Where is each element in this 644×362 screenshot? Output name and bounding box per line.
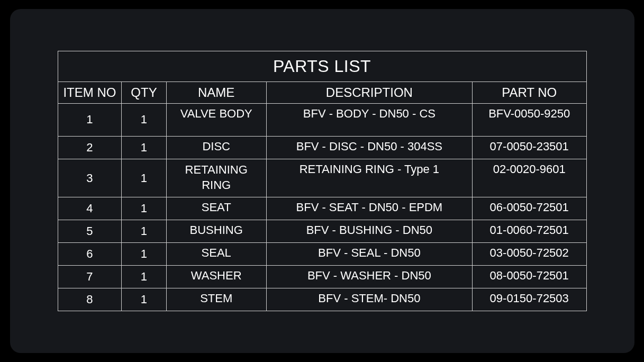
header-qty: QTY [122,82,166,103]
cell-item-no: 3 [58,159,122,197]
cell-description: RETAINING RING - Type 1 [266,159,472,197]
table-title: PARTS LIST [58,51,586,82]
cell-qty: 1 [122,103,166,136]
table-row: 81STEMBFV - STEM- DN5009-0150-72503 [58,288,586,311]
cell-item-no: 6 [58,243,122,266]
table-row: 31RETAINING RINGRETAINING RING - Type 10… [58,159,586,197]
cell-description: BFV - WASHER - DN50 [266,266,472,288]
header-item-no: ITEM NO [58,82,122,103]
cell-name: RETAINING RING [166,159,266,197]
cell-qty: 1 [122,288,166,311]
cell-qty: 1 [122,159,166,197]
cell-description: BFV - STEM- DN50 [266,288,472,311]
cell-part-no: 09-0150-72503 [472,288,586,311]
cell-qty: 1 [122,220,166,243]
cell-qty: 1 [122,197,166,220]
table-row: 51BUSHINGBFV - BUSHING - DN5001-0060-725… [58,220,586,243]
cell-part-no: 06-0050-72501 [472,197,586,220]
cell-name: SEAT [166,197,266,220]
cell-description: BFV - BUSHING - DN50 [266,220,472,243]
cell-qty: 1 [122,266,166,288]
cell-qty: 1 [122,136,166,159]
cell-part-no: 07-0050-23501 [472,136,586,159]
cell-description: BFV - BODY - DN50 - CS [266,103,472,136]
cell-name: VALVE BODY [166,103,266,136]
cell-qty: 1 [122,243,166,266]
header-name: NAME [166,82,266,103]
cell-description: BFV - SEAL - DN50 [266,243,472,266]
cell-description: BFV - SEAT - DN50 - EPDM [266,197,472,220]
cell-part-no: 03-0050-72502 [472,243,586,266]
table-row: 21DISCBFV - DISC - DN50 - 304SS07-0050-2… [58,136,586,159]
cell-item-no: 4 [58,197,122,220]
cell-part-no: 01-0060-72501 [472,220,586,243]
cell-name: BUSHING [166,220,266,243]
cell-description: BFV - DISC - DN50 - 304SS [266,136,472,159]
cell-part-no: 02-0020-9601 [472,159,586,197]
cell-name: WASHER [166,266,266,288]
document-panel: PARTS LIST ITEM NO QTY NAME DESCRIPTION … [10,9,634,353]
table-row: 11VALVE BODYBFV - BODY - DN50 - CSBFV-00… [58,103,586,136]
header-description: DESCRIPTION [266,82,472,103]
cell-item-no: 7 [58,266,122,288]
table-row: 41SEATBFV - SEAT - DN50 - EPDM06-0050-72… [58,197,586,220]
cell-item-no: 8 [58,288,122,311]
cell-part-no: BFV-0050-9250 [472,103,586,136]
table-row: 61SEALBFV - SEAL - DN5003-0050-72502 [58,243,586,266]
table-row: 71WASHERBFV - WASHER - DN5008-0050-72501 [58,266,586,288]
cell-part-no: 08-0050-72501 [472,266,586,288]
cell-name: DISC [166,136,266,159]
cell-item-no: 2 [58,136,122,159]
cell-item-no: 1 [58,103,122,136]
cell-name: STEM [166,288,266,311]
cell-item-no: 5 [58,220,122,243]
cell-name: SEAL [166,243,266,266]
parts-list-table: PARTS LIST ITEM NO QTY NAME DESCRIPTION … [58,51,587,311]
header-part-no: PART NO [472,82,586,103]
